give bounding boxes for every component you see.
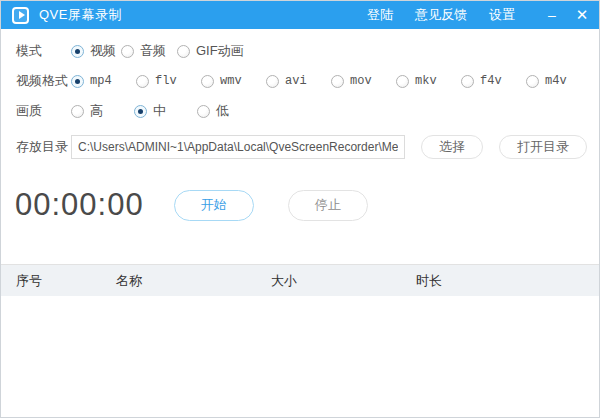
app-logo-play-icon (12, 7, 29, 24)
select-directory-button[interactable]: 选择 (421, 135, 483, 159)
column-header-duration: 时长 (416, 272, 599, 290)
radio-icon[interactable] (71, 105, 84, 118)
format-label: 视频格式 (1, 72, 71, 90)
column-header-size: 大小 (271, 272, 416, 290)
recorder-controls: 00:00:00 开始 停止 (1, 188, 599, 222)
format-option-flv[interactable]: flv (136, 74, 201, 88)
stop-recording-button[interactable]: 停止 (288, 190, 368, 221)
settings-form: 模式 视频 音频 GIF动画 视频格式 (1, 29, 599, 164)
column-header-name: 名称 (116, 272, 271, 290)
radio-selected-icon[interactable] (134, 105, 147, 118)
radio-icon[interactable] (331, 75, 344, 88)
format-row: 视频格式 mp4 flv wmv avi (1, 66, 599, 96)
quality-option-high[interactable]: 高 (71, 102, 134, 120)
format-option-avi[interactable]: avi (266, 74, 331, 88)
close-button[interactable]: ✕ (567, 1, 597, 29)
radio-icon[interactable] (136, 75, 149, 88)
radio-icon[interactable] (121, 45, 134, 58)
format-option-mov[interactable]: mov (331, 74, 396, 88)
radio-selected-icon[interactable] (71, 75, 84, 88)
quality-label: 画质 (1, 102, 71, 120)
recordings-table-body (1, 296, 599, 392)
format-option-wmv[interactable]: wmv (201, 74, 266, 88)
recordings-table-header: 序号 名称 大小 时长 (1, 264, 599, 296)
feedback-menu-item[interactable]: 意见反馈 (415, 6, 467, 24)
mode-option-audio[interactable]: 音频 (121, 42, 177, 60)
minimize-button[interactable]: – (537, 1, 567, 29)
radio-icon[interactable] (526, 75, 539, 88)
column-header-index: 序号 (1, 272, 116, 290)
settings-menu-item[interactable]: 设置 (489, 6, 515, 24)
radio-selected-icon[interactable] (71, 45, 84, 58)
directory-path-input[interactable] (71, 135, 405, 159)
app-window: QVE屏幕录制 登陆 意见反馈 设置 – ✕ 模式 视频 音频 G (0, 0, 600, 418)
radio-icon[interactable] (396, 75, 409, 88)
radio-icon[interactable] (461, 75, 474, 88)
radio-icon[interactable] (177, 45, 190, 58)
quality-option-low[interactable]: 低 (197, 102, 229, 120)
mode-option-video[interactable]: 视频 (71, 42, 121, 60)
quality-row: 画质 高 中 低 (1, 96, 599, 126)
mode-row: 模式 视频 音频 GIF动画 (1, 36, 599, 66)
login-menu-item[interactable]: 登陆 (367, 6, 393, 24)
titlebar: QVE屏幕录制 登陆 意见反馈 设置 – ✕ (1, 1, 599, 29)
recording-timer: 00:00:00 (15, 187, 144, 223)
radio-icon[interactable] (197, 105, 210, 118)
format-option-m4v[interactable]: m4v (526, 74, 567, 88)
radio-icon[interactable] (201, 75, 214, 88)
window-title: QVE屏幕录制 (39, 6, 122, 24)
directory-row: 存放目录 选择 打开目录 (1, 130, 599, 164)
format-option-f4v[interactable]: f4v (461, 74, 526, 88)
directory-label: 存放目录 (1, 138, 71, 156)
mode-option-gif[interactable]: GIF动画 (177, 42, 244, 60)
mode-label: 模式 (1, 42, 71, 60)
format-option-mp4[interactable]: mp4 (71, 74, 136, 88)
radio-icon[interactable] (266, 75, 279, 88)
start-recording-button[interactable]: 开始 (174, 190, 254, 221)
quality-option-medium[interactable]: 中 (134, 102, 197, 120)
format-option-mkv[interactable]: mkv (396, 74, 461, 88)
open-directory-button[interactable]: 打开目录 (499, 135, 587, 159)
